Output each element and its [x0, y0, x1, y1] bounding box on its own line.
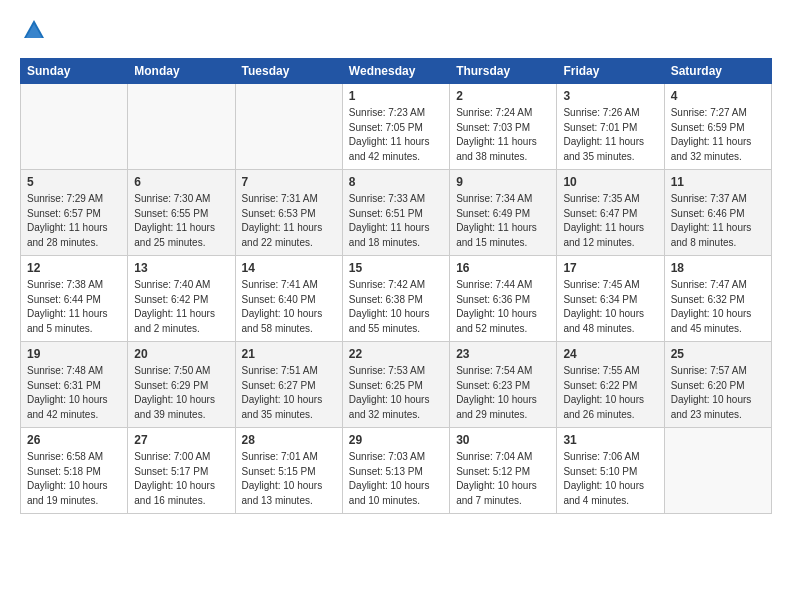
- day-number: 29: [349, 433, 443, 447]
- day-number: 30: [456, 433, 550, 447]
- day-number: 25: [671, 347, 765, 361]
- calendar-day-cell: [664, 428, 771, 514]
- calendar-day-cell: 29Sunrise: 7:03 AM Sunset: 5:13 PM Dayli…: [342, 428, 449, 514]
- calendar-day-cell: 14Sunrise: 7:41 AM Sunset: 6:40 PM Dayli…: [235, 256, 342, 342]
- calendar-day-cell: 25Sunrise: 7:57 AM Sunset: 6:20 PM Dayli…: [664, 342, 771, 428]
- calendar-day-cell: 17Sunrise: 7:45 AM Sunset: 6:34 PM Dayli…: [557, 256, 664, 342]
- calendar-day-cell: 23Sunrise: 7:54 AM Sunset: 6:23 PM Dayli…: [450, 342, 557, 428]
- day-number: 24: [563, 347, 657, 361]
- page: SundayMondayTuesdayWednesdayThursdayFrid…: [0, 0, 792, 534]
- calendar-day-cell: 7Sunrise: 7:31 AM Sunset: 6:53 PM Daylig…: [235, 170, 342, 256]
- day-number: 13: [134, 261, 228, 275]
- calendar-week-row: 1Sunrise: 7:23 AM Sunset: 7:05 PM Daylig…: [21, 84, 772, 170]
- day-number: 2: [456, 89, 550, 103]
- day-info: Sunrise: 7:33 AM Sunset: 6:51 PM Dayligh…: [349, 192, 443, 250]
- day-number: 22: [349, 347, 443, 361]
- calendar-day-cell: 15Sunrise: 7:42 AM Sunset: 6:38 PM Dayli…: [342, 256, 449, 342]
- day-info: Sunrise: 7:24 AM Sunset: 7:03 PM Dayligh…: [456, 106, 550, 164]
- calendar-week-row: 5Sunrise: 7:29 AM Sunset: 6:57 PM Daylig…: [21, 170, 772, 256]
- calendar-day-cell: [21, 84, 128, 170]
- day-info: Sunrise: 7:50 AM Sunset: 6:29 PM Dayligh…: [134, 364, 228, 422]
- day-number: 18: [671, 261, 765, 275]
- day-info: Sunrise: 7:03 AM Sunset: 5:13 PM Dayligh…: [349, 450, 443, 508]
- day-number: 1: [349, 89, 443, 103]
- day-number: 21: [242, 347, 336, 361]
- calendar-day-cell: 27Sunrise: 7:00 AM Sunset: 5:17 PM Dayli…: [128, 428, 235, 514]
- day-number: 8: [349, 175, 443, 189]
- day-number: 15: [349, 261, 443, 275]
- logo: [20, 16, 52, 44]
- day-number: 11: [671, 175, 765, 189]
- day-number: 31: [563, 433, 657, 447]
- day-info: Sunrise: 7:40 AM Sunset: 6:42 PM Dayligh…: [134, 278, 228, 336]
- day-info: Sunrise: 7:06 AM Sunset: 5:10 PM Dayligh…: [563, 450, 657, 508]
- logo-icon: [20, 16, 48, 44]
- calendar-day-cell: 16Sunrise: 7:44 AM Sunset: 6:36 PM Dayli…: [450, 256, 557, 342]
- calendar-day-cell: 20Sunrise: 7:50 AM Sunset: 6:29 PM Dayli…: [128, 342, 235, 428]
- calendar-day-cell: 3Sunrise: 7:26 AM Sunset: 7:01 PM Daylig…: [557, 84, 664, 170]
- day-info: Sunrise: 7:57 AM Sunset: 6:20 PM Dayligh…: [671, 364, 765, 422]
- day-number: 6: [134, 175, 228, 189]
- calendar-header-monday: Monday: [128, 59, 235, 84]
- day-number: 27: [134, 433, 228, 447]
- calendar-day-cell: 10Sunrise: 7:35 AM Sunset: 6:47 PM Dayli…: [557, 170, 664, 256]
- day-info: Sunrise: 7:53 AM Sunset: 6:25 PM Dayligh…: [349, 364, 443, 422]
- calendar-week-row: 19Sunrise: 7:48 AM Sunset: 6:31 PM Dayli…: [21, 342, 772, 428]
- day-info: Sunrise: 7:27 AM Sunset: 6:59 PM Dayligh…: [671, 106, 765, 164]
- calendar-header-thursday: Thursday: [450, 59, 557, 84]
- calendar-day-cell: 11Sunrise: 7:37 AM Sunset: 6:46 PM Dayli…: [664, 170, 771, 256]
- calendar-day-cell: 4Sunrise: 7:27 AM Sunset: 6:59 PM Daylig…: [664, 84, 771, 170]
- calendar-day-cell: 26Sunrise: 6:58 AM Sunset: 5:18 PM Dayli…: [21, 428, 128, 514]
- day-number: 12: [27, 261, 121, 275]
- day-info: Sunrise: 7:37 AM Sunset: 6:46 PM Dayligh…: [671, 192, 765, 250]
- calendar-header-sunday: Sunday: [21, 59, 128, 84]
- day-info: Sunrise: 7:30 AM Sunset: 6:55 PM Dayligh…: [134, 192, 228, 250]
- day-info: Sunrise: 7:29 AM Sunset: 6:57 PM Dayligh…: [27, 192, 121, 250]
- calendar-day-cell: 1Sunrise: 7:23 AM Sunset: 7:05 PM Daylig…: [342, 84, 449, 170]
- day-number: 26: [27, 433, 121, 447]
- day-info: Sunrise: 7:51 AM Sunset: 6:27 PM Dayligh…: [242, 364, 336, 422]
- day-info: Sunrise: 7:00 AM Sunset: 5:17 PM Dayligh…: [134, 450, 228, 508]
- day-info: Sunrise: 7:45 AM Sunset: 6:34 PM Dayligh…: [563, 278, 657, 336]
- day-number: 16: [456, 261, 550, 275]
- day-number: 7: [242, 175, 336, 189]
- day-number: 4: [671, 89, 765, 103]
- day-info: Sunrise: 7:48 AM Sunset: 6:31 PM Dayligh…: [27, 364, 121, 422]
- day-number: 3: [563, 89, 657, 103]
- day-number: 23: [456, 347, 550, 361]
- calendar-day-cell: 9Sunrise: 7:34 AM Sunset: 6:49 PM Daylig…: [450, 170, 557, 256]
- calendar-day-cell: 5Sunrise: 7:29 AM Sunset: 6:57 PM Daylig…: [21, 170, 128, 256]
- day-info: Sunrise: 7:31 AM Sunset: 6:53 PM Dayligh…: [242, 192, 336, 250]
- day-number: 10: [563, 175, 657, 189]
- day-number: 28: [242, 433, 336, 447]
- calendar: SundayMondayTuesdayWednesdayThursdayFrid…: [20, 58, 772, 514]
- day-info: Sunrise: 7:55 AM Sunset: 6:22 PM Dayligh…: [563, 364, 657, 422]
- calendar-header-row: SundayMondayTuesdayWednesdayThursdayFrid…: [21, 59, 772, 84]
- day-number: 19: [27, 347, 121, 361]
- day-info: Sunrise: 6:58 AM Sunset: 5:18 PM Dayligh…: [27, 450, 121, 508]
- day-info: Sunrise: 7:41 AM Sunset: 6:40 PM Dayligh…: [242, 278, 336, 336]
- day-info: Sunrise: 7:54 AM Sunset: 6:23 PM Dayligh…: [456, 364, 550, 422]
- day-info: Sunrise: 7:38 AM Sunset: 6:44 PM Dayligh…: [27, 278, 121, 336]
- calendar-day-cell: 22Sunrise: 7:53 AM Sunset: 6:25 PM Dayli…: [342, 342, 449, 428]
- day-number: 17: [563, 261, 657, 275]
- day-info: Sunrise: 7:04 AM Sunset: 5:12 PM Dayligh…: [456, 450, 550, 508]
- calendar-day-cell: 6Sunrise: 7:30 AM Sunset: 6:55 PM Daylig…: [128, 170, 235, 256]
- day-info: Sunrise: 7:34 AM Sunset: 6:49 PM Dayligh…: [456, 192, 550, 250]
- calendar-day-cell: 31Sunrise: 7:06 AM Sunset: 5:10 PM Dayli…: [557, 428, 664, 514]
- calendar-header-tuesday: Tuesday: [235, 59, 342, 84]
- day-info: Sunrise: 7:23 AM Sunset: 7:05 PM Dayligh…: [349, 106, 443, 164]
- calendar-week-row: 26Sunrise: 6:58 AM Sunset: 5:18 PM Dayli…: [21, 428, 772, 514]
- calendar-week-row: 12Sunrise: 7:38 AM Sunset: 6:44 PM Dayli…: [21, 256, 772, 342]
- day-number: 5: [27, 175, 121, 189]
- day-info: Sunrise: 7:35 AM Sunset: 6:47 PM Dayligh…: [563, 192, 657, 250]
- calendar-day-cell: 2Sunrise: 7:24 AM Sunset: 7:03 PM Daylig…: [450, 84, 557, 170]
- day-number: 14: [242, 261, 336, 275]
- calendar-day-cell: 18Sunrise: 7:47 AM Sunset: 6:32 PM Dayli…: [664, 256, 771, 342]
- day-number: 20: [134, 347, 228, 361]
- calendar-header-wednesday: Wednesday: [342, 59, 449, 84]
- day-number: 9: [456, 175, 550, 189]
- calendar-day-cell: [235, 84, 342, 170]
- calendar-day-cell: 12Sunrise: 7:38 AM Sunset: 6:44 PM Dayli…: [21, 256, 128, 342]
- day-info: Sunrise: 7:42 AM Sunset: 6:38 PM Dayligh…: [349, 278, 443, 336]
